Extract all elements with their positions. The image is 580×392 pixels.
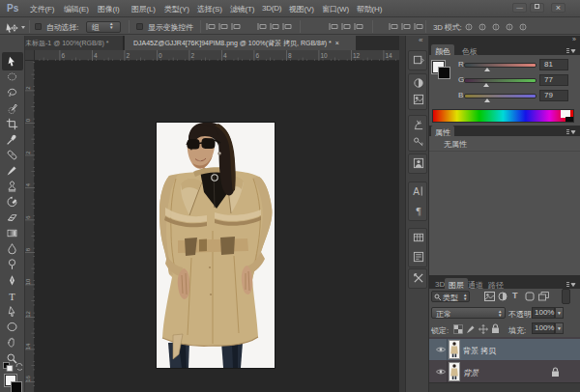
svg-text:8: 8 [288, 52, 292, 59]
svg-text:0: 0 [25, 118, 31, 122]
svg-text:2: 2 [25, 86, 31, 90]
svg-text:10: 10 [321, 52, 329, 59]
svg-text:14: 14 [25, 343, 31, 350]
svg-text:4: 4 [223, 52, 227, 59]
svg-text:¶: ¶ [416, 205, 420, 216]
svg-text:8: 8 [25, 247, 31, 251]
svg-text:2: 2 [25, 151, 31, 154]
svg-text:12: 12 [353, 52, 361, 59]
svg-text:4: 4 [25, 182, 31, 186]
svg-text:14: 14 [386, 52, 393, 59]
svg-text:2: 2 [191, 52, 195, 59]
svg-text:6: 6 [25, 215, 31, 219]
svg-text:16: 16 [25, 376, 31, 382]
svg-text:10: 10 [25, 278, 31, 285]
svg-text:6: 6 [62, 52, 66, 59]
svg-text:12: 12 [25, 311, 31, 318]
svg-text:A: A [413, 185, 420, 196]
svg-text:2: 2 [127, 52, 130, 59]
svg-text:T: T [9, 291, 15, 301]
svg-text:0: 0 [159, 52, 162, 59]
svg-text:6: 6 [256, 52, 260, 59]
svg-text:4: 4 [94, 52, 98, 59]
